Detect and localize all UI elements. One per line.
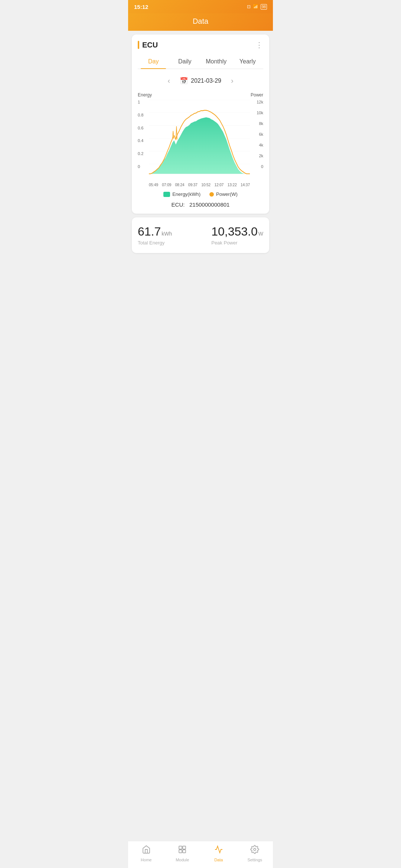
- status-icons: ⊡ 📶 98: [247, 4, 267, 10]
- more-options-icon[interactable]: ⋮: [255, 40, 263, 49]
- peak-power-label: Peak Power: [211, 240, 263, 246]
- tab-daily[interactable]: Daily: [169, 55, 201, 69]
- total-energy-value: 61.7kWh: [138, 225, 172, 239]
- chart-svg-container: [149, 100, 250, 179]
- ecu-card: ECU ⋮ Day Daily Monthly Yearly ‹ 📅 20: [132, 34, 269, 214]
- page-title: Data: [193, 17, 208, 25]
- ecu-id-label: ECU:: [172, 201, 185, 208]
- battery-icon: 98: [261, 4, 267, 10]
- tab-day[interactable]: Day: [138, 55, 169, 69]
- energy-chart: Energy Power 1 0.8 0.6 0.4 0.2 0 12k 10k: [138, 92, 263, 187]
- ecu-title: ECU: [142, 41, 158, 49]
- y-left-axis: 1 0.8 0.6 0.4 0.2 0: [138, 100, 143, 170]
- y-right-label: Power: [251, 92, 263, 98]
- legend-power-label: Power(W): [216, 191, 238, 197]
- tab-monthly[interactable]: Monthly: [200, 55, 232, 69]
- legend-energy-label: Energy(kWh): [172, 191, 200, 197]
- main-content: ECU ⋮ Day Daily Monthly Yearly ‹ 📅 20: [128, 31, 273, 286]
- total-energy-stat: 61.7kWh Total Energy: [138, 225, 172, 246]
- legend-energy-color: [163, 192, 170, 197]
- y-right-axis: 12k 10k 8k 6k 4k 2k 0: [257, 100, 263, 170]
- ecu-id-value: 2150000000801: [189, 201, 229, 208]
- chart-legend: Energy(kWh) Power(W): [138, 191, 263, 197]
- svg-marker-7: [149, 117, 250, 174]
- peak-power-stat: 10,353.0W Peak Power: [211, 225, 263, 246]
- page-header: Data: [128, 13, 273, 31]
- tab-yearly[interactable]: Yearly: [232, 55, 264, 69]
- ecu-accent-bar: [138, 41, 139, 49]
- status-time: 15:12: [134, 4, 148, 10]
- ecu-header: ECU ⋮: [138, 40, 263, 49]
- next-date-button[interactable]: ›: [227, 75, 237, 86]
- y-left-label: Energy: [138, 92, 152, 98]
- legend-power-color: [209, 192, 214, 197]
- ecu-id-row: ECU: 2150000000801: [138, 201, 263, 208]
- x-axis-labels: 05:49 07:09 08:24 09:37 10:52 12:07 13:2…: [149, 183, 250, 187]
- legend-power: Power(W): [209, 191, 238, 197]
- period-tabs: Day Daily Monthly Yearly: [138, 55, 263, 69]
- date-navigation: ‹ 📅 2021-03-29 ›: [138, 75, 263, 86]
- chart-plot-area: 1 0.8 0.6 0.4 0.2 0 12k 10k 8k 6k 4k 2k …: [138, 100, 263, 181]
- chart-svg: [149, 100, 250, 178]
- peak-power-value: 10,353.0W: [211, 225, 263, 239]
- wifi-icon: 📶: [253, 4, 258, 9]
- ecu-title-row: ECU: [138, 41, 158, 49]
- total-energy-label: Total Energy: [138, 240, 172, 246]
- calendar-icon[interactable]: 📅: [180, 77, 188, 85]
- stats-card: 61.7kWh Total Energy 10,353.0W Peak Powe…: [132, 217, 269, 253]
- legend-energy: Energy(kWh): [163, 191, 200, 197]
- date-display: 📅 2021-03-29: [180, 77, 221, 85]
- screen-record-icon: ⊡: [247, 4, 251, 9]
- current-date: 2021-03-29: [191, 78, 221, 84]
- status-bar: 15:12 ⊡ 📶 98: [128, 0, 273, 13]
- axis-titles: Energy Power: [138, 92, 263, 99]
- prev-date-button[interactable]: ‹: [164, 75, 174, 86]
